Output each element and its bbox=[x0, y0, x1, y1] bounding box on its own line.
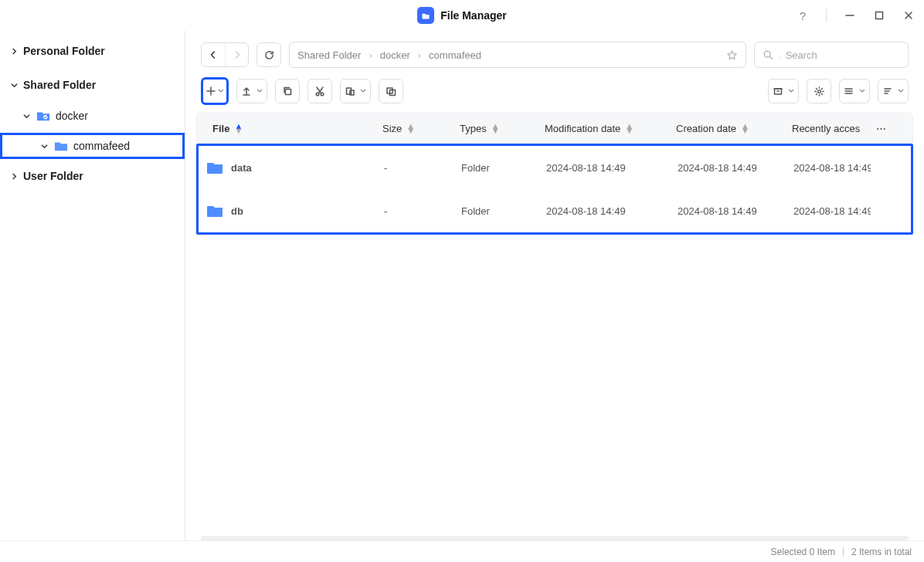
more-icon: ⋯ bbox=[876, 123, 886, 134]
svg-point-14 bbox=[845, 93, 847, 94]
file-name: data bbox=[231, 162, 252, 174]
status-bar: Selected 0 Item 2 Items in total bbox=[0, 540, 924, 562]
cell-type: Folder bbox=[454, 205, 538, 217]
column-header-creation[interactable]: Creation date ▲▼ bbox=[668, 123, 784, 134]
cell-modified: 2024-08-18 14:49 bbox=[538, 162, 670, 174]
maximize-button[interactable] bbox=[871, 8, 887, 23]
column-header-file[interactable]: File ▲▼ bbox=[197, 123, 375, 134]
sidebar-item-label: Shared Folder bbox=[23, 79, 96, 91]
dropdown-caret-icon bbox=[788, 88, 794, 94]
svg-point-13 bbox=[845, 90, 847, 92]
cell-size: - bbox=[376, 205, 454, 217]
paste-button[interactable] bbox=[340, 79, 371, 103]
copy-button[interactable] bbox=[275, 79, 300, 103]
caret-right-icon bbox=[11, 48, 19, 55]
status-selected: Selected 0 Item bbox=[771, 547, 835, 557]
dropdown-caret-icon bbox=[898, 88, 904, 94]
new-window-button[interactable] bbox=[379, 79, 403, 103]
column-label: Modification date bbox=[545, 123, 620, 134]
sort-indicator-icon: ▲▼ bbox=[406, 124, 415, 133]
cell-size: - bbox=[376, 162, 454, 174]
search-icon bbox=[763, 49, 773, 60]
sidebar-item-label: User Folder bbox=[23, 170, 83, 182]
caret-down-icon bbox=[11, 82, 19, 89]
folder-icon bbox=[206, 204, 223, 218]
app-title: File Manager bbox=[440, 9, 507, 22]
svg-point-2 bbox=[764, 51, 770, 57]
help-button[interactable]: ? bbox=[795, 8, 810, 23]
sidebar-item-personal-folder[interactable]: Personal Folder bbox=[0, 39, 185, 63]
view-options-button[interactable] bbox=[839, 79, 870, 103]
sidebar-item-user-folder[interactable]: User Folder bbox=[0, 164, 185, 188]
column-header-modification[interactable]: Modification date ▲▼ bbox=[537, 123, 668, 134]
sidebar-item-shared-folder[interactable]: Shared Folder bbox=[0, 73, 185, 97]
breadcrumb[interactable]: Shared Folder › docker › commafeed bbox=[289, 42, 746, 68]
column-label: File bbox=[212, 123, 229, 134]
minimize-button[interactable] bbox=[842, 8, 858, 23]
caret-right-icon bbox=[11, 173, 19, 180]
file-name: db bbox=[231, 205, 243, 217]
sidebar: Personal Folder Shared Folder docker bbox=[0, 31, 185, 540]
status-total: 2 Items in total bbox=[851, 547, 912, 557]
column-label: Size bbox=[382, 123, 402, 134]
divider: · bbox=[778, 49, 781, 61]
table-row[interactable]: data - Folder 2024-08-18 14:49 2024-08-1… bbox=[199, 146, 911, 189]
cell-accessed: 2024-08-18 14:49 bbox=[786, 162, 871, 174]
table-row[interactable]: db - Folder 2024-08-18 14:49 2024-08-18 … bbox=[199, 189, 911, 232]
archive-button[interactable] bbox=[768, 79, 799, 103]
shared-folder-icon bbox=[36, 110, 51, 122]
cut-button[interactable] bbox=[307, 79, 332, 103]
sidebar-item-label: docker bbox=[56, 110, 88, 122]
folder-icon bbox=[206, 161, 223, 174]
sort-indicator-icon: ▲▼ bbox=[625, 124, 634, 133]
sidebar-item-label: commafeed bbox=[73, 140, 130, 152]
sidebar-item-label: Personal Folder bbox=[23, 45, 105, 57]
sort-indicator-icon: ▲▼ bbox=[234, 124, 243, 133]
cell-accessed: 2024-08-18 14:49 bbox=[786, 205, 871, 217]
dropdown-caret-icon bbox=[859, 88, 865, 94]
column-label: Types bbox=[460, 123, 487, 134]
upload-button[interactable] bbox=[236, 79, 267, 103]
column-label: Creation date bbox=[676, 123, 736, 134]
sort-indicator-icon: ▲▼ bbox=[741, 124, 749, 133]
dropdown-caret-icon bbox=[256, 88, 263, 94]
chevron-right-icon: › bbox=[418, 49, 421, 61]
svg-rect-0 bbox=[876, 12, 883, 19]
sort-indicator-icon: ▲▼ bbox=[491, 124, 500, 133]
create-button[interactable] bbox=[201, 77, 229, 105]
back-button[interactable] bbox=[202, 43, 225, 66]
caret-down-icon bbox=[41, 143, 49, 150]
app-icon bbox=[417, 7, 434, 24]
table-header: File ▲▼ Size ▲▼ Types ▲▼ Modification da… bbox=[196, 113, 913, 144]
sort-button[interactable] bbox=[878, 79, 909, 103]
column-header-types[interactable]: Types ▲▼ bbox=[452, 123, 537, 134]
breadcrumb-segment[interactable]: Shared Folder bbox=[297, 49, 361, 61]
svg-rect-3 bbox=[286, 90, 291, 95]
column-header-size[interactable]: Size ▲▼ bbox=[375, 123, 452, 134]
content-pane: Shared Folder › docker › commafeed · bbox=[185, 31, 924, 540]
close-button[interactable] bbox=[901, 8, 916, 23]
settings-button[interactable] bbox=[807, 79, 831, 103]
breadcrumb-segment[interactable]: commafeed bbox=[429, 49, 481, 61]
favorite-star-button[interactable] bbox=[726, 49, 738, 61]
search-box[interactable]: · bbox=[754, 42, 909, 68]
titlebar: File Manager ? bbox=[0, 0, 924, 31]
dropdown-caret-icon bbox=[218, 88, 224, 94]
refresh-button[interactable] bbox=[256, 42, 281, 67]
column-header-more[interactable]: ⋯ bbox=[869, 123, 892, 134]
divider bbox=[843, 547, 844, 557]
cell-modified: 2024-08-18 14:49 bbox=[538, 205, 670, 217]
nav-back-forward bbox=[201, 42, 249, 67]
column-header-recent[interactable]: Recently acces bbox=[784, 123, 869, 134]
breadcrumb-segment[interactable]: docker bbox=[380, 49, 410, 61]
search-input[interactable] bbox=[786, 49, 900, 61]
svg-point-11 bbox=[817, 90, 820, 93]
cell-created: 2024-08-18 14:49 bbox=[670, 162, 786, 174]
sidebar-item-commafeed[interactable]: commafeed bbox=[0, 133, 185, 159]
caret-down-icon bbox=[23, 113, 31, 120]
horizontal-scrollbar[interactable] bbox=[201, 536, 909, 540]
folder-icon bbox=[53, 140, 69, 152]
chevron-right-icon: › bbox=[369, 49, 372, 61]
sidebar-item-docker[interactable]: docker bbox=[0, 103, 185, 128]
forward-button[interactable] bbox=[225, 43, 248, 66]
